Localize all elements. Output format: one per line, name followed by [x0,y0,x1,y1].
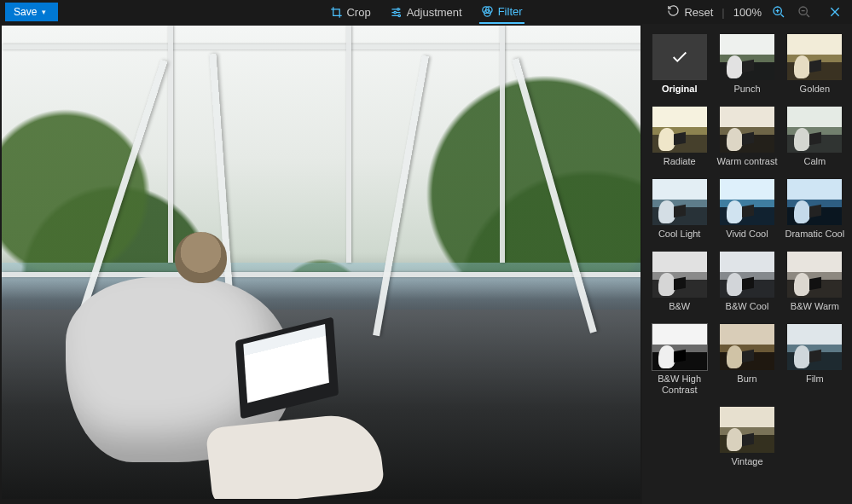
chevron-down-icon: ▾ [42,8,46,16]
zoom-in-button[interactable] [770,3,787,20]
close-button[interactable] [826,3,843,20]
zoom-level: 100% [733,6,762,19]
filter-label-dramatic-cool: Dramatic Cool [785,229,844,240]
filter-thumb-warm-contrast [720,107,774,153]
filter-cool-light[interactable]: Cool Light [649,179,710,240]
filter-thumb-bw-warm [787,252,842,298]
filter-radiate[interactable]: Radiate [649,107,710,167]
filter-burn[interactable]: Burn [716,324,777,395]
filter-bw[interactable]: B&W [649,252,710,312]
adjustment-icon [390,6,403,19]
filter-label-bw-warm: B&W Warm [791,301,839,312]
filter-label-warm-contrast: Warm contrast [716,156,777,167]
reset-label: Reset [684,6,713,19]
filter-label-bw-cool: B&W Cool [726,301,769,312]
filter-thumb-film [787,324,842,370]
filter-thumb-bw-high-contrast [652,324,707,370]
filter-dramatic-cool[interactable]: Dramatic Cool [785,179,845,240]
filter-punch[interactable]: Punch [716,34,777,95]
save-button[interactable]: Save ▾ [5,3,58,21]
filter-label-burn: Burn [737,374,756,385]
top-toolbar: Save ▾ Crop Adjustment Filter R [0,0,852,24]
filter-calm[interactable]: Calm [785,107,845,167]
filter-label-calm: Calm [803,156,826,167]
filter-warm-contrast[interactable]: Warm contrast [716,107,777,167]
filter-thumb-dramatic-cool [787,179,842,225]
filter-label-radiate: Radiate [664,156,696,167]
image-canvas[interactable] [0,24,642,504]
filter-grid: OriginalPunchGoldenRadiateWarm contrastC… [649,34,845,467]
filter-vintage[interactable]: Vintage [716,407,777,467]
filter-thumb-vivid-cool [720,179,774,225]
divider: | [722,6,724,19]
filter-label-vivid-cool: Vivid Cool [726,229,768,240]
tab-crop[interactable]: Crop [327,0,372,24]
filter-thumb-radiate [652,107,707,153]
filter-thumb-original [652,34,707,80]
filter-thumb-bw-cool [720,252,774,298]
filter-golden[interactable]: Golden [785,34,845,95]
filter-label-film: Film [806,374,824,385]
tab-crop-label: Crop [346,6,370,19]
svg-point-0 [397,8,399,10]
tab-filter[interactable]: Filter [479,0,525,24]
filter-thumb-bw [652,252,707,298]
svg-point-2 [398,14,401,17]
filter-film[interactable]: Film [785,324,845,395]
reset-icon [667,4,680,20]
filter-label-vintage: Vintage [731,456,762,467]
filter-thumb-burn [720,324,774,370]
filter-icon [481,5,494,18]
filter-bw-warm[interactable]: B&W Warm [785,252,845,312]
main-area: OriginalPunchGoldenRadiateWarm contrastC… [0,24,852,504]
toolbar-right: Reset | 100% [667,3,847,20]
filter-bw-high-contrast[interactable]: B&W High Contrast [649,324,710,395]
reset-button[interactable]: Reset [667,4,713,20]
svg-point-1 [394,11,397,14]
filter-vivid-cool[interactable]: Vivid Cool [716,179,777,240]
filter-label-cool-light: Cool Light [658,229,701,240]
save-label: Save [14,6,37,18]
tab-filter-label: Filter [498,5,523,18]
filter-original[interactable]: Original [649,34,710,95]
filter-label-golden: Golden [800,84,830,95]
filter-panel[interactable]: OriginalPunchGoldenRadiateWarm contrastC… [642,24,852,504]
tab-adjustment[interactable]: Adjustment [388,0,464,24]
filter-thumb-vintage [720,407,774,453]
tab-adjustment-label: Adjustment [407,6,462,19]
filter-thumb-calm [787,107,842,153]
filter-label-original: Original [662,84,698,95]
filter-thumb-cool-light [652,179,707,225]
filter-thumb-golden [787,34,842,80]
filter-thumb-punch [720,34,774,80]
filter-label-bw: B&W [669,301,690,312]
editor-tabs: Crop Adjustment Filter [327,0,524,24]
zoom-out-button[interactable] [796,3,813,20]
edited-photo [2,26,640,499]
filter-label-punch: Punch [733,84,760,95]
filter-label-bw-high-contrast: B&W High Contrast [649,374,710,395]
filter-bw-cool[interactable]: B&W Cool [716,252,777,312]
crop-icon [329,6,342,19]
